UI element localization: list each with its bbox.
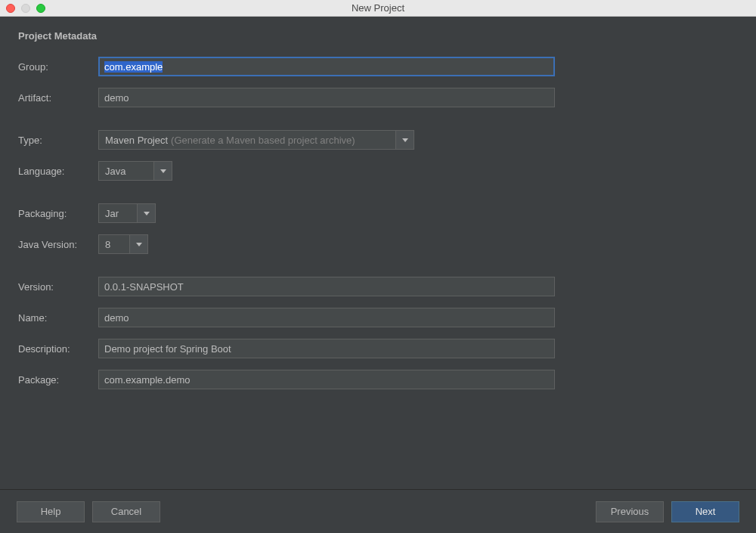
language-label: Language: [18,166,98,177]
group-input[interactable] [98,57,555,76]
close-window-button[interactable] [6,4,15,13]
titlebar: New Project [0,0,756,17]
type-select-value: Maven Project (Generate a Maven based pr… [98,130,396,150]
description-input[interactable] [98,339,555,358]
java-version-label: Java Version: [18,239,98,250]
dialog-content: Project Metadata Group: Artifact: Type: … [0,17,756,489]
packaging-label: Packaging: [18,208,98,219]
version-input[interactable] [98,277,555,296]
name-label: Name: [18,312,98,324]
form: Group: Artifact: Type: Maven Project (Ge… [18,57,738,489]
name-input[interactable] [98,308,555,327]
section-title: Project Metadata [18,30,738,42]
chevron-down-icon [136,243,142,246]
artifact-label: Artifact: [18,92,98,104]
type-select[interactable]: Maven Project (Generate a Maven based pr… [98,130,414,150]
group-label: Group: [18,61,98,73]
artifact-input[interactable] [98,88,555,107]
language-dropdown-button[interactable] [154,161,172,181]
minimize-window-button [21,4,30,13]
type-dropdown-button[interactable] [396,130,414,150]
type-label: Type: [18,135,98,146]
next-button[interactable]: Next [671,501,739,522]
language-select[interactable]: Java [98,161,172,181]
description-label: Description: [18,343,98,355]
packaging-select-value: Jar [98,203,138,223]
language-select-value: Java [98,161,154,181]
package-label: Package: [18,374,98,386]
package-input[interactable] [98,370,555,389]
help-button[interactable]: Help [17,501,85,522]
java-version-select-value: 8 [98,234,130,254]
chevron-down-icon [402,138,408,142]
java-version-select[interactable]: 8 [98,234,148,254]
maximize-window-button[interactable] [36,4,45,13]
chevron-down-icon [144,212,150,215]
packaging-select[interactable]: Jar [98,203,156,223]
dialog-footer: Help Cancel Previous Next [0,489,756,533]
type-value-text: Maven Project [105,135,168,146]
previous-button[interactable]: Previous [596,501,664,522]
window-title: New Project [0,2,756,14]
chevron-down-icon [160,169,166,173]
window-controls [0,4,45,13]
version-label: Version: [18,281,98,293]
type-hint: (Generate a Maven based project archive) [171,135,355,146]
java-version-dropdown-button[interactable] [130,234,148,254]
packaging-dropdown-button[interactable] [138,203,156,223]
cancel-button[interactable]: Cancel [92,501,160,522]
